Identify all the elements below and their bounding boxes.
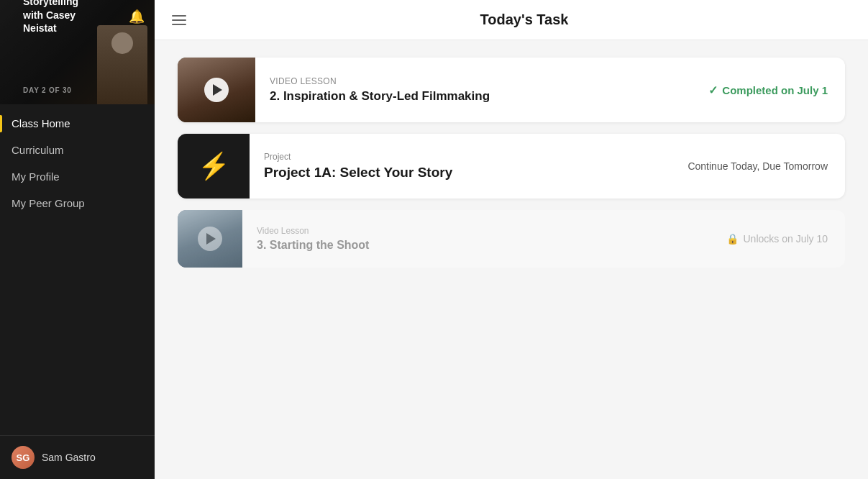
sidebar-hero: Filmmaking & Storytelling with Casey Nei…: [0, 0, 155, 104]
sidebar-item-my-peer-group[interactable]: My Peer Group: [0, 190, 155, 216]
task-thumbnail-video-2: [178, 210, 242, 268]
completed-status: ✓ Completed on July 1: [708, 83, 828, 97]
main-header: Today's Task: [155, 0, 868, 40]
sidebar-course-title: Filmmaking & Storytelling with Casey Nei…: [23, 0, 90, 35]
task-type-label: Video Lesson: [257, 226, 695, 236]
sidebar-item-curriculum[interactable]: Curriculum: [0, 137, 155, 163]
lightning-icon: ⚡: [198, 151, 230, 181]
sidebar-item-label: Class Home: [12, 117, 70, 129]
task-status-video-1: ✓ Completed on July 1: [691, 72, 845, 109]
sidebar-day-label: DAY 2 OF 30: [12, 76, 83, 97]
lock-icon: 🔒: [726, 233, 739, 245]
sidebar-item-my-profile[interactable]: My Profile: [0, 163, 155, 190]
task-title: Project 1A: Select Your Story: [264, 165, 656, 181]
task-card-video-2: Video Lesson 3. Starting the Shoot 🔒 Unl…: [178, 210, 845, 268]
task-info-video-2: Video Lesson 3. Starting the Shoot: [242, 216, 709, 262]
hamburger-line: [172, 15, 186, 17]
task-title: 3. Starting the Shoot: [257, 239, 695, 252]
project-icon-container: ⚡: [178, 134, 250, 199]
bell-icon[interactable]: 🔔: [129, 9, 145, 24]
status-text: Continue Today, Due Tomorrow: [687, 160, 828, 172]
page-title: Today's Task: [198, 12, 851, 28]
task-type-label: Video Lesson: [270, 76, 677, 86]
check-icon: ✓: [708, 83, 718, 97]
task-card-project-1[interactable]: ⚡ Project Project 1A: Select Your Story …: [178, 134, 845, 199]
sidebar: Filmmaking & Storytelling with Casey Nei…: [0, 0, 155, 479]
tasks-list: Video Lesson 2. Inspiration & Story-Led …: [155, 40, 868, 285]
task-thumbnail-video-1: [178, 58, 255, 122]
task-card-video-1[interactable]: Video Lesson 2. Inspiration & Story-Led …: [178, 58, 845, 122]
hamburger-line: [172, 24, 186, 25]
hamburger-line: [172, 19, 186, 21]
sidebar-item-label: My Profile: [12, 170, 60, 183]
sidebar-item-class-home[interactable]: Class Home: [0, 110, 155, 137]
status-text: Unlocks on July 10: [743, 233, 828, 245]
task-status-video-2: 🔒 Unlocks on July 10: [709, 223, 845, 255]
sidebar-item-label: My Peer Group: [12, 197, 85, 209]
task-info-project-1: Project Project 1A: Select Your Story: [250, 140, 670, 192]
sidebar-nav: Class Home Curriculum My Profile My Peer…: [0, 104, 155, 435]
task-status-project-1: Continue Today, Due Tomorrow: [670, 149, 845, 183]
task-type-label: Project: [264, 152, 656, 162]
task-info-video-1: Video Lesson 2. Inspiration & Story-Led …: [255, 65, 691, 115]
hamburger-menu-button[interactable]: [172, 15, 186, 25]
task-title: 2. Inspiration & Story-Led Filmmaking: [270, 89, 677, 104]
status-text: Completed on July 1: [722, 84, 828, 96]
play-button: [198, 227, 222, 251]
sidebar-footer: SG Sam Gastro: [0, 435, 155, 479]
user-name: Sam Gastro: [42, 452, 96, 463]
main-content: Today's Task Video Lesson 2. Inspiration…: [155, 0, 868, 479]
play-button[interactable]: [204, 78, 229, 102]
sidebar-item-label: Curriculum: [12, 144, 64, 156]
avatar: SG: [12, 446, 35, 469]
sidebar-hero-instructor-image: [97, 25, 147, 104]
